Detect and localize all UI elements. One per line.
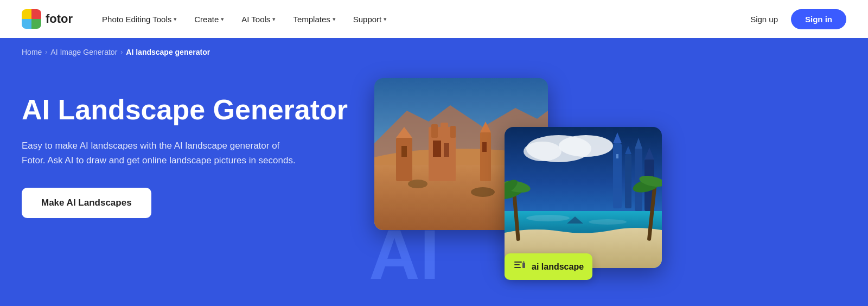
breadcrumb: Home › AI Image Generator › AI landscape… [0, 38, 868, 56]
logo-text: fotor [46, 12, 73, 26]
chevron-down-icon: ▾ [174, 16, 177, 23]
logo-icon [22, 9, 41, 29]
hero-title: AI Landscape Generator [22, 94, 358, 125]
svg-rect-46 [514, 262, 522, 263]
hero-left: AI Landscape Generator Easy to make AI l… [22, 73, 358, 218]
ai-label-chip: ai landscape [505, 253, 592, 280]
hero-content: AI Landscape Generator Easy to make AI l… [0, 56, 868, 306]
header-actions: Sign up Sign in [744, 9, 846, 29]
nav-item-support[interactable]: Support ▾ [346, 10, 395, 28]
nav-item-photo-editing[interactable]: Photo Editing Tools ▾ [94, 10, 184, 28]
chevron-down-icon: ▾ [221, 16, 224, 23]
svg-rect-48 [514, 267, 521, 268]
nav-item-create[interactable]: Create ▾ [187, 10, 232, 28]
breadcrumb-sep-1: › [45, 48, 47, 56]
signup-button[interactable]: Sign up [744, 10, 784, 28]
hero-right: AI [358, 73, 673, 301]
cta-button[interactable]: Make AI Landscapes [22, 188, 151, 218]
breadcrumb-sep-2: › [120, 48, 123, 56]
svg-rect-45 [505, 127, 662, 268]
svg-rect-49 [522, 263, 525, 268]
text-format-icon [513, 259, 526, 275]
site-header: fotor Photo Editing Tools ▾ Create ▾ AI … [0, 0, 868, 38]
chevron-down-icon: ▾ [272, 16, 276, 23]
nav-item-ai-tools[interactable]: AI Tools ▾ [234, 10, 283, 28]
hero-description: Easy to make AI landscapes with the AI l… [22, 138, 304, 168]
hero-section: Home › AI Image Generator › AI landscape… [0, 38, 868, 306]
chevron-down-icon: ▾ [333, 16, 336, 23]
landscape-image-card-2 [505, 127, 662, 268]
signin-button[interactable]: Sign in [791, 9, 846, 29]
breadcrumb-parent[interactable]: AI Image Generator [50, 48, 117, 56]
chevron-down-icon: ▾ [384, 16, 387, 23]
nav-item-templates[interactable]: Templates ▾ [285, 10, 343, 28]
breadcrumb-home[interactable]: Home [22, 48, 42, 56]
logo[interactable]: fotor [22, 9, 73, 29]
svg-rect-47 [514, 264, 520, 265]
breadcrumb-current: AI landscape generator [126, 48, 210, 56]
main-nav: Photo Editing Tools ▾ Create ▾ AI Tools … [94, 10, 744, 28]
tropical-landscape-svg [505, 127, 662, 268]
chip-label: ai landscape [532, 262, 584, 272]
